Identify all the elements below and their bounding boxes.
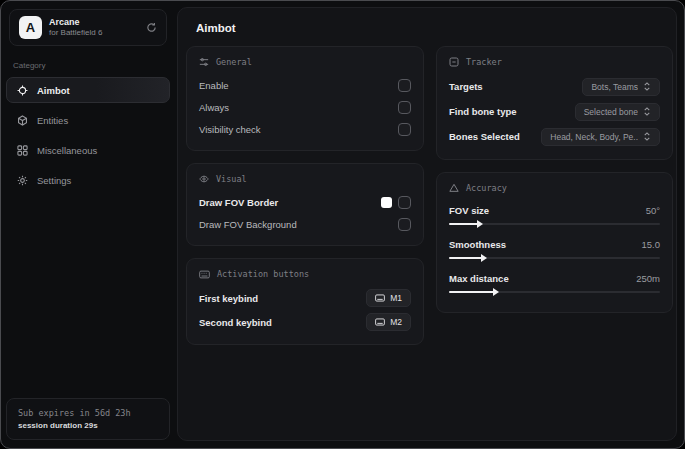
- find-bone-type-dropdown[interactable]: Selected bone: [575, 103, 660, 121]
- setting-label: Draw FOV Border: [199, 197, 278, 208]
- slider-thumb[interactable]: [481, 254, 487, 262]
- sidebar-item-aimbot[interactable]: Aimbot: [6, 77, 170, 103]
- activation-buttons-card: Activation buttons First keybind M1: [186, 258, 424, 345]
- general-card: General Enable Always Visibility check: [186, 46, 424, 151]
- second-keybind-button[interactable]: M2: [366, 313, 411, 331]
- targets-dropdown[interactable]: Bots, Teams: [582, 78, 660, 96]
- sidebar-item-settings[interactable]: Settings: [6, 167, 170, 193]
- activation-card-title: Activation buttons: [217, 269, 309, 279]
- setting-row-second-keybind: Second keybind M2: [199, 310, 411, 334]
- visual-card-title: Visual: [216, 174, 247, 184]
- sidebar: A Arcane for Battlefield 6 Category Aimb…: [1, 1, 175, 448]
- keyboard-icon: [199, 270, 210, 279]
- sliders-icon: [199, 57, 209, 67]
- setting-label: Second keybind: [199, 317, 272, 328]
- visibility-check-checkbox[interactable]: [398, 123, 411, 136]
- setting-row-find-bone-type: Find bone type Selected bone: [449, 99, 660, 124]
- fov-size-value: 50°: [646, 205, 660, 216]
- sidebar-nav: Aimbot Entities Miscellaneous: [1, 77, 175, 193]
- setting-row-draw-fov-background: Draw FOV Background: [199, 213, 411, 235]
- sidebar-item-label: Miscellaneous: [37, 145, 97, 156]
- scan-icon: [449, 57, 459, 67]
- fov-border-color-swatch[interactable]: [381, 197, 392, 208]
- sidebar-item-label: Aimbot: [37, 85, 70, 96]
- setting-row-enable: Enable: [199, 74, 411, 96]
- setting-label: Smoothness: [449, 239, 506, 250]
- setting-row-bones-selected: Bones Selected Head, Neck, Body, Pe..: [449, 124, 660, 149]
- setting-row-targets: Targets Bots, Teams: [449, 74, 660, 99]
- subscription-info-card: Sub expires in 56d 23h session duration …: [6, 398, 170, 440]
- setting-label: Always: [199, 102, 229, 113]
- session-duration-text: session duration 29s: [18, 420, 158, 432]
- sidebar-item-miscellaneous[interactable]: Miscellaneous: [6, 137, 170, 163]
- enable-checkbox[interactable]: [398, 79, 411, 92]
- slider-thumb[interactable]: [493, 288, 499, 296]
- setting-label: Max distance: [449, 273, 509, 284]
- refresh-icon[interactable]: [146, 22, 157, 33]
- left-column: General Enable Always Visibility check: [186, 46, 424, 357]
- sidebar-item-label: Entities: [37, 115, 68, 126]
- app-name: Arcane: [49, 17, 102, 28]
- app-subtitle: for Battlefield 6: [49, 28, 102, 38]
- max-distance-value: 250m: [636, 273, 660, 284]
- accuracy-card: Accuracy FOV size 50° Smoothness 15.0: [436, 172, 673, 313]
- draw-fov-background-checkbox[interactable]: [398, 218, 411, 231]
- max-distance-slider[interactable]: [449, 291, 660, 293]
- keyboard-icon: [375, 318, 385, 326]
- eye-icon: [199, 174, 209, 184]
- general-card-title: General: [216, 57, 252, 67]
- accuracy-card-title: Accuracy: [466, 183, 507, 193]
- setting-row-draw-fov-border: Draw FOV Border: [199, 191, 411, 213]
- setting-label: Targets: [449, 81, 483, 92]
- keybind-value: M2: [390, 317, 402, 327]
- dropdown-value: Head, Neck, Body, Pe..: [550, 132, 638, 142]
- visual-card: Visual Draw FOV Border Draw FOV Backgrou…: [186, 163, 424, 246]
- slider-thumb[interactable]: [477, 220, 483, 228]
- page-title: Aimbot: [196, 22, 666, 34]
- setting-label: Enable: [199, 80, 229, 91]
- setting-label: Find bone type: [449, 106, 517, 117]
- app-logo: A: [19, 16, 42, 39]
- bones-selected-dropdown[interactable]: Head, Neck, Body, Pe..: [541, 128, 660, 146]
- tracker-card: Tracker Targets Bots, Teams: [436, 46, 673, 160]
- grid-icon: [17, 145, 28, 156]
- expand-icon: [643, 82, 651, 91]
- setting-row-always: Always: [199, 96, 411, 118]
- sub-expires-text: Sub expires in 56d 23h: [18, 407, 158, 420]
- category-label: Category: [13, 61, 163, 70]
- cube-icon: [17, 115, 28, 126]
- crosshair-icon: [17, 85, 28, 96]
- setting-label: FOV size: [449, 205, 489, 216]
- sidebar-item-entities[interactable]: Entities: [6, 107, 170, 133]
- setting-label: Bones Selected: [449, 131, 520, 142]
- app-header-card: A Arcane for Battlefield 6: [9, 9, 167, 46]
- sidebar-item-label: Settings: [37, 175, 71, 186]
- main-panel: Aimbot General Enable Always: [177, 7, 677, 441]
- setting-row-fov-size: FOV size 50°: [449, 200, 660, 220]
- setting-label: First keybind: [199, 293, 258, 304]
- first-keybind-button[interactable]: M1: [366, 289, 411, 307]
- app-window: A Arcane for Battlefield 6 Category Aimb…: [0, 0, 685, 449]
- draw-fov-border-checkbox[interactable]: [398, 196, 411, 209]
- right-column: Tracker Targets Bots, Teams: [436, 46, 673, 325]
- setting-row-smoothness: Smoothness 15.0: [449, 234, 660, 254]
- expand-icon: [643, 132, 651, 141]
- dropdown-value: Selected bone: [584, 107, 638, 117]
- smoothness-slider[interactable]: [449, 257, 660, 259]
- dropdown-value: Bots, Teams: [591, 82, 638, 92]
- setting-label: Draw FOV Background: [199, 219, 297, 230]
- expand-icon: [643, 107, 651, 116]
- keybind-value: M1: [390, 293, 402, 303]
- setting-row-max-distance: Max distance 250m: [449, 268, 660, 288]
- gear-icon: [17, 175, 28, 186]
- always-checkbox[interactable]: [398, 101, 411, 114]
- setting-label: Visibility check: [199, 124, 261, 135]
- tracker-card-title: Tracker: [466, 57, 502, 67]
- smoothness-value: 15.0: [642, 239, 661, 250]
- triangle-icon: [449, 183, 459, 193]
- setting-row-visibility-check: Visibility check: [199, 118, 411, 140]
- keyboard-icon: [375, 294, 385, 302]
- setting-row-first-keybind: First keybind M1: [199, 286, 411, 310]
- fov-size-slider[interactable]: [449, 223, 660, 225]
